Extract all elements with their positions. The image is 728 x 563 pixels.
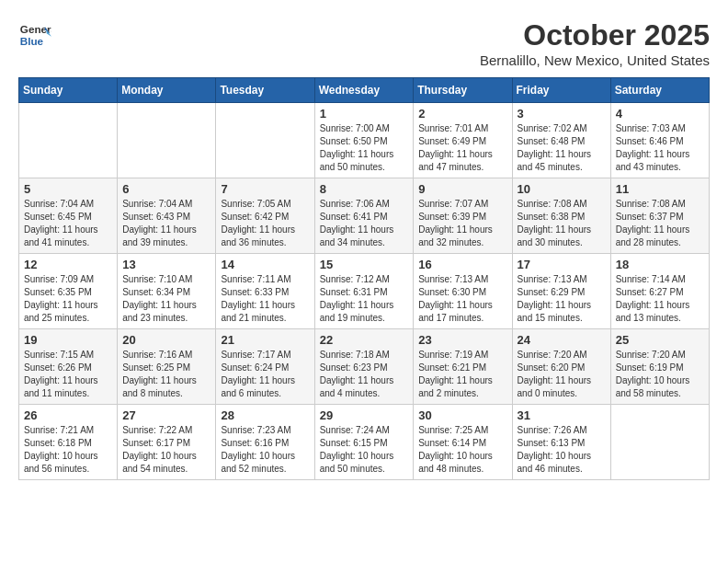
day-number: 20 (122, 333, 210, 347)
day-of-week-header: Thursday (414, 78, 512, 103)
calendar-cell: 12Sunrise: 7:09 AM Sunset: 6:35 PM Dayli… (19, 254, 118, 329)
day-number: 30 (418, 408, 506, 422)
calendar-week-row: 19Sunrise: 7:15 AM Sunset: 6:26 PM Dayli… (19, 329, 710, 405)
day-info: Sunrise: 7:20 AM Sunset: 6:20 PM Dayligh… (518, 349, 606, 400)
day-number: 22 (320, 333, 409, 347)
calendar-cell: 19Sunrise: 7:15 AM Sunset: 6:26 PM Dayli… (19, 329, 118, 405)
calendar-cell: 8Sunrise: 7:06 AM Sunset: 6:41 PM Daylig… (314, 178, 414, 254)
day-number: 19 (24, 333, 112, 347)
day-info: Sunrise: 7:23 AM Sunset: 6:16 PM Dayligh… (221, 424, 309, 476)
day-number: 17 (518, 258, 606, 271)
day-info: Sunrise: 7:08 AM Sunset: 6:38 PM Dayligh… (518, 198, 606, 249)
calendar-cell: 21Sunrise: 7:17 AM Sunset: 6:24 PM Dayli… (216, 329, 314, 405)
day-number: 21 (221, 333, 309, 347)
calendar-cell: 6Sunrise: 7:04 AM Sunset: 6:43 PM Daylig… (118, 178, 216, 254)
day-number: 16 (418, 258, 506, 271)
day-number: 31 (518, 408, 606, 422)
logo-icon: General Blue (18, 18, 51, 52)
day-number: 28 (221, 408, 309, 422)
calendar-cell: 20Sunrise: 7:16 AM Sunset: 6:25 PM Dayli… (118, 329, 216, 405)
calendar-cell: 14Sunrise: 7:11 AM Sunset: 6:33 PM Dayli… (216, 254, 314, 329)
day-info: Sunrise: 7:24 AM Sunset: 6:15 PM Dayligh… (320, 424, 409, 476)
day-info: Sunrise: 7:25 AM Sunset: 6:14 PM Dayligh… (418, 424, 506, 476)
calendar-cell: 28Sunrise: 7:23 AM Sunset: 6:16 PM Dayli… (216, 405, 314, 480)
day-number: 3 (518, 107, 606, 121)
calendar-week-row: 12Sunrise: 7:09 AM Sunset: 6:35 PM Dayli… (19, 254, 710, 329)
svg-text:Blue: Blue (20, 35, 44, 47)
day-number: 4 (616, 107, 704, 121)
day-info: Sunrise: 7:11 AM Sunset: 6:33 PM Dayligh… (221, 273, 309, 325)
header-row: SundayMondayTuesdayWednesdayThursdayFrid… (19, 78, 710, 103)
calendar-week-row: 1Sunrise: 7:00 AM Sunset: 6:50 PM Daylig… (19, 103, 710, 178)
day-number: 5 (24, 182, 112, 196)
day-number: 27 (122, 408, 210, 422)
calendar-cell: 16Sunrise: 7:13 AM Sunset: 6:30 PM Dayli… (414, 254, 512, 329)
day-number: 25 (616, 333, 704, 347)
calendar-week-row: 5Sunrise: 7:04 AM Sunset: 6:45 PM Daylig… (19, 178, 710, 254)
day-info: Sunrise: 7:26 AM Sunset: 6:13 PM Dayligh… (518, 424, 606, 476)
day-info: Sunrise: 7:00 AM Sunset: 6:50 PM Dayligh… (320, 122, 409, 174)
calendar-cell: 26Sunrise: 7:21 AM Sunset: 6:18 PM Dayli… (19, 405, 118, 480)
day-info: Sunrise: 7:07 AM Sunset: 6:39 PM Dayligh… (418, 198, 506, 249)
day-of-week-header: Tuesday (216, 78, 314, 103)
calendar-cell: 10Sunrise: 7:08 AM Sunset: 6:38 PM Dayli… (512, 178, 610, 254)
day-info: Sunrise: 7:14 AM Sunset: 6:27 PM Dayligh… (616, 273, 704, 325)
calendar-cell: 24Sunrise: 7:20 AM Sunset: 6:20 PM Dayli… (512, 329, 610, 405)
day-info: Sunrise: 7:04 AM Sunset: 6:43 PM Dayligh… (122, 198, 210, 249)
day-info: Sunrise: 7:17 AM Sunset: 6:24 PM Dayligh… (221, 349, 309, 400)
calendar-cell: 5Sunrise: 7:04 AM Sunset: 6:45 PM Daylig… (19, 178, 118, 254)
day-number: 6 (122, 182, 210, 196)
calendar-cell: 25Sunrise: 7:20 AM Sunset: 6:19 PM Dayli… (610, 329, 709, 405)
day-number: 2 (418, 107, 506, 121)
day-of-week-header: Friday (512, 78, 610, 103)
day-info: Sunrise: 7:10 AM Sunset: 6:34 PM Dayligh… (122, 273, 210, 325)
calendar-cell (610, 405, 709, 480)
calendar-table: SundayMondayTuesdayWednesdayThursdayFrid… (18, 77, 710, 480)
calendar-cell: 7Sunrise: 7:05 AM Sunset: 6:42 PM Daylig… (216, 178, 314, 254)
day-info: Sunrise: 7:21 AM Sunset: 6:18 PM Dayligh… (24, 424, 112, 476)
day-info: Sunrise: 7:06 AM Sunset: 6:41 PM Dayligh… (320, 198, 409, 249)
day-number: 9 (418, 182, 506, 196)
calendar-cell: 15Sunrise: 7:12 AM Sunset: 6:31 PM Dayli… (314, 254, 414, 329)
calendar-cell: 18Sunrise: 7:14 AM Sunset: 6:27 PM Dayli… (610, 254, 709, 329)
day-number: 29 (320, 408, 409, 422)
day-info: Sunrise: 7:09 AM Sunset: 6:35 PM Dayligh… (24, 273, 112, 325)
calendar-cell: 29Sunrise: 7:24 AM Sunset: 6:15 PM Dayli… (314, 405, 414, 480)
title-block: October 2025 Bernalillo, New Mexico, Uni… (480, 18, 710, 68)
calendar-cell: 2Sunrise: 7:01 AM Sunset: 6:49 PM Daylig… (414, 103, 512, 178)
day-number: 26 (24, 408, 112, 422)
day-info: Sunrise: 7:12 AM Sunset: 6:31 PM Dayligh… (320, 273, 409, 325)
day-info: Sunrise: 7:15 AM Sunset: 6:26 PM Dayligh… (24, 349, 112, 400)
day-number: 23 (418, 333, 506, 347)
calendar-cell: 3Sunrise: 7:02 AM Sunset: 6:48 PM Daylig… (512, 103, 610, 178)
day-info: Sunrise: 7:02 AM Sunset: 6:48 PM Dayligh… (518, 122, 606, 174)
day-number: 1 (320, 107, 409, 121)
day-number: 8 (320, 182, 409, 196)
day-number: 11 (616, 182, 704, 196)
day-info: Sunrise: 7:18 AM Sunset: 6:23 PM Dayligh… (320, 349, 409, 400)
day-number: 13 (122, 258, 210, 271)
calendar-cell (19, 103, 118, 178)
day-info: Sunrise: 7:13 AM Sunset: 6:30 PM Dayligh… (418, 273, 506, 325)
day-info: Sunrise: 7:16 AM Sunset: 6:25 PM Dayligh… (122, 349, 210, 400)
month-title: October 2025 (480, 18, 710, 52)
day-number: 24 (518, 333, 606, 347)
day-of-week-header: Sunday (19, 78, 118, 103)
day-info: Sunrise: 7:13 AM Sunset: 6:29 PM Dayligh… (518, 273, 606, 325)
day-of-week-header: Monday (118, 78, 216, 103)
day-info: Sunrise: 7:19 AM Sunset: 6:21 PM Dayligh… (418, 349, 506, 400)
day-number: 18 (616, 258, 704, 271)
day-info: Sunrise: 7:20 AM Sunset: 6:19 PM Dayligh… (616, 349, 704, 400)
calendar-cell: 27Sunrise: 7:22 AM Sunset: 6:17 PM Dayli… (118, 405, 216, 480)
calendar-cell: 23Sunrise: 7:19 AM Sunset: 6:21 PM Dayli… (414, 329, 512, 405)
calendar-cell: 4Sunrise: 7:03 AM Sunset: 6:46 PM Daylig… (610, 103, 709, 178)
day-number: 15 (320, 258, 409, 271)
calendar-cell (216, 103, 314, 178)
day-of-week-header: Wednesday (314, 78, 414, 103)
location: Bernalillo, New Mexico, United States (480, 52, 710, 68)
day-info: Sunrise: 7:03 AM Sunset: 6:46 PM Dayligh… (616, 122, 704, 174)
calendar-week-row: 26Sunrise: 7:21 AM Sunset: 6:18 PM Dayli… (19, 405, 710, 480)
day-number: 7 (221, 182, 309, 196)
day-number: 10 (518, 182, 606, 196)
calendar-cell: 30Sunrise: 7:25 AM Sunset: 6:14 PM Dayli… (414, 405, 512, 480)
